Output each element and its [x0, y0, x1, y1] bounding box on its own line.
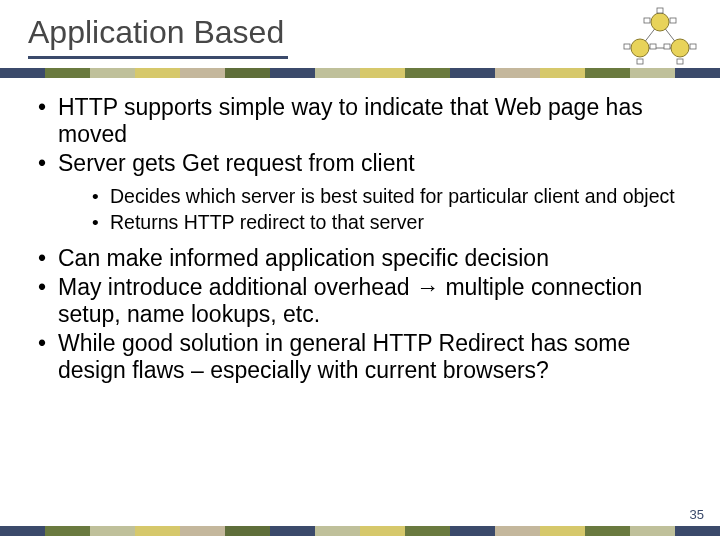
stripe-segment — [270, 68, 315, 78]
stripe-segment — [135, 526, 180, 536]
list-item: While good solution in general HTTP Redi… — [32, 330, 692, 384]
list-item-text: Server gets Get request from client — [58, 150, 415, 176]
svg-rect-11 — [650, 44, 656, 49]
stripe-segment — [225, 68, 270, 78]
stripe-segment — [630, 526, 675, 536]
stripe-segment — [0, 68, 45, 78]
stripe-segment — [540, 526, 585, 536]
svg-rect-14 — [690, 44, 696, 49]
slide-title: Application Based — [28, 14, 284, 51]
title-underline — [28, 56, 288, 59]
stripe-segment — [675, 526, 720, 536]
stripe-segment — [135, 68, 180, 78]
stripe-segment — [360, 526, 405, 536]
list-item: Returns HTTP redirect to that server — [58, 211, 692, 235]
stripe-segment — [90, 526, 135, 536]
stripe-segment — [45, 526, 90, 536]
svg-point-5 — [671, 39, 689, 57]
stripe-segment — [315, 68, 360, 78]
stripe-segment — [90, 68, 135, 78]
svg-point-3 — [651, 13, 669, 31]
stripe-segment — [675, 68, 720, 78]
stripe-segment — [0, 526, 45, 536]
list-item: HTTP supports simple way to indicate tha… — [32, 94, 692, 148]
svg-rect-10 — [637, 59, 643, 64]
stripe-segment — [630, 68, 675, 78]
list-item: Decides which server is best suited for … — [58, 185, 692, 209]
list-item: May introduce additional overhead → mult… — [32, 274, 692, 328]
stripe-segment — [180, 68, 225, 78]
svg-rect-13 — [677, 59, 683, 64]
svg-rect-9 — [624, 44, 630, 49]
stripe-segment — [450, 526, 495, 536]
network-logo-icon — [620, 6, 700, 66]
stripe-segment — [270, 526, 315, 536]
stripe-segment — [405, 526, 450, 536]
stripe-segment — [540, 68, 585, 78]
list-item: Server gets Get request from client Deci… — [32, 150, 692, 235]
page-number: 35 — [690, 507, 704, 522]
svg-rect-12 — [664, 44, 670, 49]
svg-point-4 — [631, 39, 649, 57]
stripe-segment — [495, 526, 540, 536]
decorative-stripe-top — [0, 68, 720, 78]
stripe-segment — [495, 68, 540, 78]
stripe-segment — [180, 526, 225, 536]
stripe-segment — [315, 526, 360, 536]
list-item: Can make informed application specific d… — [32, 245, 692, 272]
svg-rect-8 — [670, 18, 676, 23]
slide-body: HTTP supports simple way to indicate tha… — [32, 94, 692, 387]
svg-rect-6 — [657, 8, 663, 13]
stripe-segment — [450, 68, 495, 78]
stripe-segment — [360, 68, 405, 78]
stripe-segment — [45, 68, 90, 78]
stripe-segment — [405, 68, 450, 78]
stripe-segment — [225, 526, 270, 536]
stripe-segment — [585, 526, 630, 536]
stripe-segment — [585, 68, 630, 78]
svg-rect-7 — [644, 18, 650, 23]
decorative-stripe-bottom — [0, 526, 720, 536]
